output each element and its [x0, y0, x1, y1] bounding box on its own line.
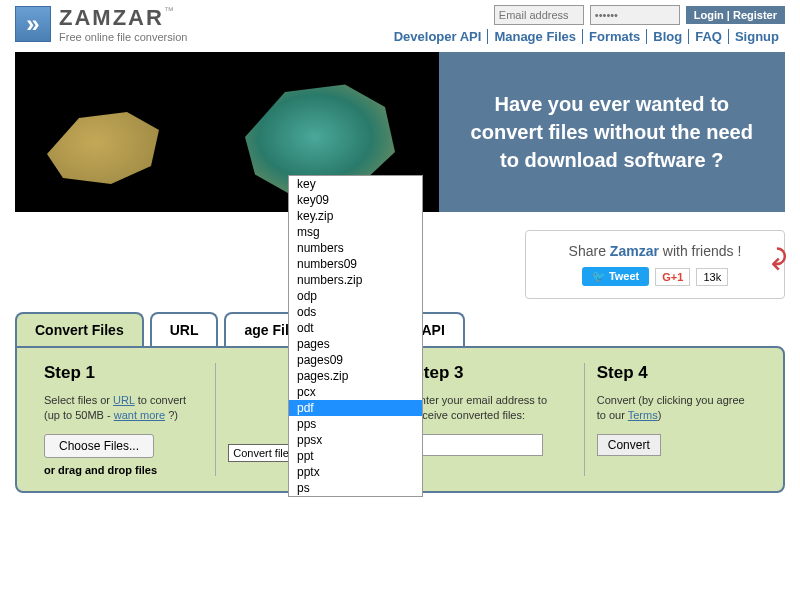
- want-more-link[interactable]: want more: [114, 409, 165, 421]
- step4-title: Step 4: [597, 363, 756, 383]
- tab-url[interactable]: URL: [150, 312, 219, 346]
- choose-files-button[interactable]: Choose Files...: [44, 434, 154, 458]
- format-option-numbers[interactable]: numbers: [289, 240, 422, 256]
- share-box: Share Zamzar with friends !↷ 🐦 Tweet G+1…: [525, 230, 785, 299]
- format-option-pages[interactable]: pages: [289, 336, 422, 352]
- step1-title: Step 1: [44, 363, 203, 383]
- nav-developer-api[interactable]: Developer API: [388, 29, 489, 44]
- url-link[interactable]: URL: [113, 394, 135, 406]
- format-option-msg[interactable]: msg: [289, 224, 422, 240]
- format-option-ods[interactable]: ods: [289, 304, 422, 320]
- format-option-pps[interactable]: pps: [289, 416, 422, 432]
- step3-title: Step 3: [413, 363, 572, 383]
- email-input[interactable]: [413, 434, 543, 456]
- format-option-key09[interactable]: key09: [289, 192, 422, 208]
- logo[interactable]: » ZAMZAR™ Free online file conversion: [15, 5, 187, 43]
- nav-links: Developer APIManage FilesFormatsBlogFAQS…: [388, 29, 785, 44]
- format-option-numbers09[interactable]: numbers09: [289, 256, 422, 272]
- nav-faq[interactable]: FAQ: [689, 29, 729, 44]
- format-option-ps[interactable]: ps: [289, 480, 422, 496]
- format-option-odp[interactable]: odp: [289, 288, 422, 304]
- gplus-count: 13k: [696, 268, 728, 286]
- format-option-numbers-zip[interactable]: numbers.zip: [289, 272, 422, 288]
- brand-name: ZAMZAR: [59, 5, 164, 31]
- drag-drop-text: or drag and drop files: [44, 464, 203, 476]
- arrow-icon: ↷: [759, 246, 794, 271]
- format-option-pages09[interactable]: pages09: [289, 352, 422, 368]
- gplus-button[interactable]: G+1: [655, 268, 690, 286]
- login-button[interactable]: Login | Register: [686, 6, 785, 24]
- format-option-ppsx[interactable]: ppsx: [289, 432, 422, 448]
- tweet-button[interactable]: 🐦 Tweet: [582, 267, 649, 286]
- tab-convert-files[interactable]: Convert Files: [15, 312, 144, 346]
- format-dropdown[interactable]: keykey09key.zipmsgnumbersnumbers09number…: [288, 175, 423, 497]
- tagline: Free online file conversion: [59, 31, 187, 43]
- format-option-key-zip[interactable]: key.zip: [289, 208, 422, 224]
- format-option-pptx[interactable]: pptx: [289, 464, 422, 480]
- format-option-ppt[interactable]: ppt: [289, 448, 422, 464]
- convert-button[interactable]: Convert: [597, 434, 661, 456]
- brand-link[interactable]: Zamzar: [610, 243, 659, 259]
- format-option-pcx[interactable]: pcx: [289, 384, 422, 400]
- password-field[interactable]: [590, 5, 680, 25]
- format-option-pages-zip[interactable]: pages.zip: [289, 368, 422, 384]
- hero-text: Have you ever wanted to convert files wi…: [439, 52, 786, 212]
- email-field[interactable]: [494, 5, 584, 25]
- format-option-odt[interactable]: odt: [289, 320, 422, 336]
- format-option-key[interactable]: key: [289, 176, 422, 192]
- terms-link[interactable]: Terms: [628, 409, 658, 421]
- format-option-pdf[interactable]: pdf: [289, 400, 422, 416]
- nav-formats[interactable]: Formats: [583, 29, 647, 44]
- nav-signup[interactable]: Signup: [729, 29, 785, 44]
- logo-icon: »: [15, 6, 51, 42]
- nav-manage-files[interactable]: Manage Files: [488, 29, 583, 44]
- nav-blog[interactable]: Blog: [647, 29, 689, 44]
